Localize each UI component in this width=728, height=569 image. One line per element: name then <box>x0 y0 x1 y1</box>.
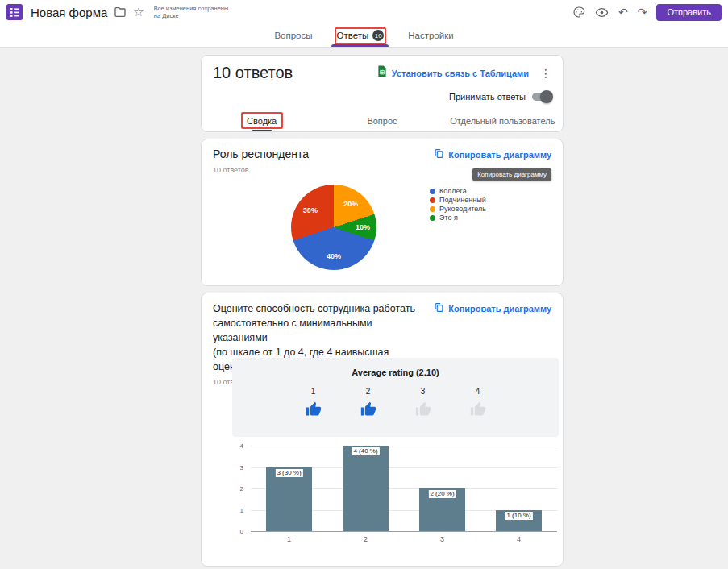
tab-summary-label: Сводка <box>247 116 277 126</box>
sheets-icon <box>377 65 387 81</box>
legend-label: Коллега <box>439 188 467 195</box>
y-tick-label: 0 <box>240 528 243 535</box>
rating-column-2: 2 <box>341 387 396 421</box>
rating-question-card: Оцените способность сотрудника работать … <box>201 293 564 567</box>
theme-palette-icon[interactable] <box>572 6 585 19</box>
google-forms-app: Новая форма ☆ Все изменения сохранены на… <box>0 0 728 569</box>
legend-item: Подчиненный <box>430 197 486 204</box>
pie-slice-label: 40% <box>327 252 341 260</box>
pie-chart: 20%10%40%30% <box>291 185 376 270</box>
undo-icon[interactable]: ↶ <box>618 6 628 18</box>
form-title[interactable]: Новая форма <box>31 6 107 19</box>
y-tick-label: 2 <box>240 485 243 492</box>
copy-chart-button[interactable]: Копировать диаграмму <box>434 147 551 162</box>
bar-1: 3 (30 %) <box>266 467 312 532</box>
bar-value-label: 2 (20 %) <box>428 490 456 498</box>
tab-settings-label: Настройки <box>408 31 453 40</box>
tab-questions[interactable]: Вопросы <box>264 24 322 47</box>
toggle-knob <box>540 90 553 103</box>
x-tick-label: 2 <box>327 535 404 543</box>
legend-label: Руководитель <box>439 206 486 213</box>
x-tick-label: 1 <box>251 535 327 543</box>
accepting-responses-label: Принимать ответы <box>449 92 526 102</box>
copy-chart-label-2: Копировать диаграмму <box>448 304 551 314</box>
copy-icon <box>434 301 444 316</box>
average-rating-panel: Average rating (2.10) 1234 <box>232 358 559 437</box>
responses-summary-card: 10 ответов Установить связь с Таблицами … <box>201 55 564 132</box>
main-tab-bar: Вопросы Ответы 10 Настройки <box>0 24 728 48</box>
topbar-actions: ↶ ↷ Отправить <box>572 4 722 21</box>
bar-plot: 3 (30 %)4 (40 %)2 (20 %)1 (10 %) <box>251 446 557 531</box>
rating-number: 4 <box>451 387 505 396</box>
content-area: 10 ответов Установить связь с Таблицами … <box>0 48 728 569</box>
legend-color-dot <box>430 189 435 194</box>
gridline <box>251 531 557 532</box>
answers-count-badge: 10 <box>372 30 384 41</box>
tab-individual-label: Отдельный пользователь <box>450 116 555 126</box>
legend-label: Подчиненный <box>439 197 486 204</box>
rating-number: 2 <box>341 387 396 396</box>
tab-question[interactable]: Вопрос <box>322 110 442 131</box>
move-folder-icon[interactable] <box>114 6 127 19</box>
copy-icon <box>434 147 444 162</box>
responses-count-heading: 10 ответов <box>213 64 293 82</box>
redo-icon[interactable]: ↷ <box>638 6 647 18</box>
send-button[interactable]: Отправить <box>656 4 722 21</box>
bar-value-label: 1 (10 %) <box>505 512 532 520</box>
preview-eye-icon[interactable] <box>595 6 609 19</box>
accepting-responses-toggle[interactable] <box>532 93 551 101</box>
rating-number: 1 <box>286 387 341 396</box>
responses-view-tabs: Сводка Вопрос Отдельный пользователь <box>202 110 563 131</box>
pie-slice-label: 10% <box>356 223 370 231</box>
y-tick-label: 3 <box>240 464 243 471</box>
bar-4: 1 (10 %) <box>496 510 542 532</box>
rating-column-4: 4 <box>451 387 505 421</box>
x-tick-label: 4 <box>480 535 557 543</box>
tab-questions-label: Вопросы <box>274 31 312 40</box>
thumb-up-icon <box>415 401 431 417</box>
copy-chart-label: Копировать диаграмму <box>448 150 551 160</box>
legend-item: Это я <box>430 214 486 222</box>
tab-answers-label: Ответы <box>336 31 368 40</box>
tab-settings[interactable]: Настройки <box>398 24 463 47</box>
pie-legend: КоллегаПодчиненныйРуководительЭто я <box>430 188 486 222</box>
tab-individual[interactable]: Отдельный пользователь <box>443 110 563 131</box>
pie-question-card: Роль респондента Копировать диаграмму 10… <box>201 139 564 286</box>
bar-value-label: 3 (30 %) <box>275 469 302 477</box>
thumb-up-icon <box>470 401 486 417</box>
legend-color-dot <box>430 206 435 212</box>
bar-xaxis: 1234 <box>251 535 557 545</box>
topbar: Новая форма ☆ Все изменения сохранены на… <box>0 0 728 24</box>
rating-column-1: 1 <box>286 387 341 421</box>
active-tab-underline <box>331 44 389 47</box>
forms-logo-icon[interactable] <box>6 4 23 20</box>
legend-color-dot <box>430 197 435 203</box>
legend-color-dot <box>430 215 435 221</box>
save-status-line1: Все изменения сохранены <box>154 5 229 12</box>
y-tick-label: 1 <box>240 507 243 514</box>
thumb-scale-row: 1234 <box>232 387 559 421</box>
star-icon[interactable]: ☆ <box>133 5 144 19</box>
pie-slice-label: 30% <box>303 206 318 214</box>
bar-2: 4 (40 %) <box>343 446 389 531</box>
pie-slice-label: 20% <box>343 200 358 208</box>
tab-answers[interactable]: Ответы 10 <box>327 24 393 47</box>
bar-value-label: 4 (40 %) <box>352 447 379 455</box>
tab-summary[interactable]: Сводка <box>202 110 322 131</box>
copy-chart-button-2[interactable]: Копировать диаграмму <box>434 301 551 316</box>
thumb-up-icon <box>306 401 322 417</box>
tab-question-label: Вопрос <box>367 116 397 126</box>
link-to-sheets-button[interactable]: Установить связь с Таблицами <box>392 69 529 78</box>
rating-question-title: Оцените способность сотрудника работать … <box>213 301 426 345</box>
more-options-icon[interactable]: ⋮ <box>540 67 551 80</box>
rating-number: 3 <box>396 387 451 396</box>
thumb-up-icon <box>360 401 376 417</box>
summary-tab-underline <box>252 130 272 132</box>
copy-chart-tooltip: Копировать диаграмму <box>472 168 551 181</box>
pie-question-title: Роль респондента <box>213 147 309 160</box>
gridline <box>251 446 557 446</box>
legend-item: Руководитель <box>430 206 486 213</box>
bar-yaxis: 43210 <box>226 446 247 531</box>
x-tick-label: 3 <box>404 535 480 543</box>
y-tick-label: 4 <box>240 442 243 450</box>
